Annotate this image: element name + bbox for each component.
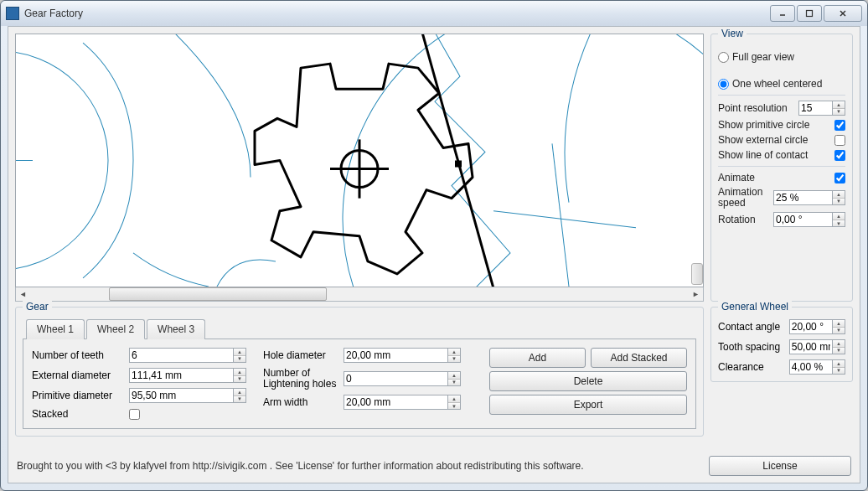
hole-diam-input[interactable] xyxy=(344,348,448,363)
stacked-label: Stacked xyxy=(32,408,124,420)
gear-legend: Gear xyxy=(23,301,52,313)
tooth-spacing-input[interactable] xyxy=(789,339,833,354)
scroll-left-icon[interactable]: ◄ xyxy=(16,287,30,301)
vertical-scrollbar[interactable] xyxy=(691,263,703,285)
minimize-button[interactable] xyxy=(770,5,795,22)
tab-wheel-3[interactable]: Wheel 3 xyxy=(147,319,205,339)
view-legend: View xyxy=(718,28,747,39)
credit-text: Brought to you with <3 by klafyvel from … xyxy=(17,460,709,472)
full-gear-radio[interactable] xyxy=(718,52,729,63)
spinner-icon[interactable]: ▲▼ xyxy=(833,101,845,116)
window: Gear Factory xyxy=(0,0,868,491)
license-button[interactable]: License xyxy=(709,456,851,476)
point-res-label: Point resolution xyxy=(718,102,795,114)
svg-rect-1 xyxy=(807,11,813,17)
app-icon xyxy=(6,7,19,20)
prim-diam-input[interactable] xyxy=(129,388,234,403)
spinner-icon[interactable]: ▲▼ xyxy=(833,319,845,334)
svg-point-7 xyxy=(343,34,703,287)
num-teeth-label: Number of teeth xyxy=(32,349,124,361)
general-wheel-group: General Wheel Contact angle ▲▼ Tooth spa… xyxy=(710,307,853,382)
tooth-spacing-label: Tooth spacing xyxy=(718,341,784,353)
light-holes-input[interactable] xyxy=(344,371,448,386)
svg-line-9 xyxy=(552,143,569,287)
view-group: View Full gear view One wheel centered P… xyxy=(710,34,853,302)
close-button[interactable] xyxy=(824,5,862,22)
contact-angle-label: Contact angle xyxy=(718,321,784,333)
export-button[interactable]: Export xyxy=(489,395,687,415)
canvas-area: ◄ ► xyxy=(15,34,704,302)
point-res-input[interactable] xyxy=(798,101,833,116)
rotation-label: Rotation xyxy=(718,214,770,225)
spinner-icon[interactable]: ▲▼ xyxy=(833,212,845,227)
hole-diam-label: Hole diameter xyxy=(263,349,338,361)
spinner-icon[interactable]: ▲▼ xyxy=(234,388,246,403)
stacked-check[interactable] xyxy=(129,409,140,420)
ext-diam-label: External diameter xyxy=(32,370,124,381)
tab-wheel-1[interactable]: Wheel 1 xyxy=(26,319,85,339)
footer: Brought to you with <3 by klafyvel from … xyxy=(15,452,853,476)
content: ◄ ► View Full gear view One whe xyxy=(8,26,860,483)
scroll-thumb[interactable] xyxy=(109,287,326,301)
show-ext-check[interactable] xyxy=(834,135,845,146)
add-button[interactable]: Add xyxy=(489,348,586,368)
clearance-label: Clearance xyxy=(718,361,784,373)
rotation-input[interactable] xyxy=(773,212,833,227)
arm-width-input[interactable] xyxy=(344,395,448,410)
animate-check[interactable] xyxy=(834,173,845,183)
ext-diam-input[interactable] xyxy=(129,368,234,383)
anim-speed-input[interactable] xyxy=(773,190,833,205)
delete-button[interactable]: Delete xyxy=(489,371,687,391)
tab-panel: Number of teeth ▲▼ External diameter ▲▼ … xyxy=(23,339,696,429)
one-wheel-label: One wheel centered xyxy=(732,78,845,90)
horizontal-scrollbar[interactable]: ◄ ► xyxy=(15,287,704,302)
spinner-icon[interactable]: ▲▼ xyxy=(448,395,461,410)
gear-group: Gear Wheel 1 Wheel 2 Wheel 3 Number of t… xyxy=(15,307,704,437)
arm-width-label: Arm width xyxy=(263,396,338,408)
scroll-right-icon[interactable]: ► xyxy=(689,287,703,301)
maximize-button[interactable] xyxy=(797,5,822,22)
one-wheel-radio[interactable] xyxy=(718,79,729,90)
show-line-label: Show line of contact xyxy=(718,149,831,161)
spinner-icon[interactable]: ▲▼ xyxy=(234,348,246,363)
spinner-icon[interactable]: ▲▼ xyxy=(448,348,461,363)
spinner-icon[interactable]: ▲▼ xyxy=(448,371,461,386)
show-prim-check[interactable] xyxy=(834,120,845,131)
svg-rect-14 xyxy=(455,161,462,168)
general-wheel-legend: General Wheel xyxy=(718,301,792,313)
spinner-icon[interactable]: ▲▼ xyxy=(833,339,845,354)
spinner-icon[interactable]: ▲▼ xyxy=(833,190,845,205)
clearance-input[interactable] xyxy=(789,359,833,375)
animate-label: Animate xyxy=(718,172,831,183)
spinner-icon[interactable]: ▲▼ xyxy=(833,359,845,375)
add-stacked-button[interactable]: Add Stacked xyxy=(591,348,687,368)
window-title: Gear Factory xyxy=(24,8,770,19)
anim-speed-label: Animation speed xyxy=(718,187,770,209)
tab-wheel-2[interactable]: Wheel 2 xyxy=(86,319,145,339)
titlebar[interactable]: Gear Factory xyxy=(1,1,867,26)
light-holes-label: Number of Lightening holes xyxy=(263,368,338,390)
show-ext-label: Show external circle xyxy=(718,134,831,146)
show-line-check[interactable] xyxy=(834,150,845,161)
spinner-icon[interactable]: ▲▼ xyxy=(234,368,246,383)
show-prim-label: Show primitive circle xyxy=(718,119,831,131)
full-gear-label: Full gear view xyxy=(732,51,845,63)
num-teeth-input[interactable] xyxy=(129,348,234,363)
gear-canvas[interactable] xyxy=(15,34,704,287)
contact-angle-input[interactable] xyxy=(789,319,833,334)
svg-line-8 xyxy=(493,211,636,228)
prim-diam-label: Primitive diameter xyxy=(32,390,124,401)
